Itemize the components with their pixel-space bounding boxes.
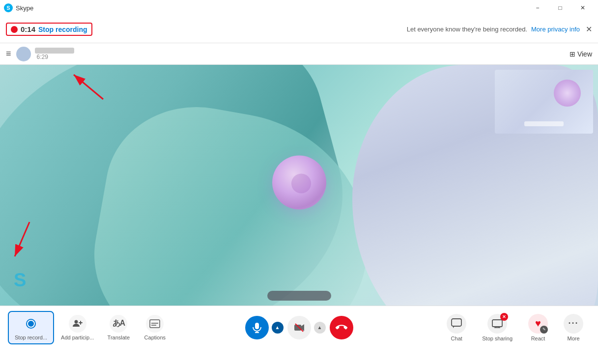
app-logo: S Skype bbox=[4, 3, 33, 12]
react-button[interactable]: ♥ ✎ React bbox=[521, 311, 555, 344]
svg-rect-17 bbox=[492, 320, 502, 327]
user-avatar-blob bbox=[272, 156, 326, 210]
record-dot-icon bbox=[27, 320, 35, 328]
captions-icon bbox=[146, 315, 164, 333]
captions-button[interactable]: Captions bbox=[137, 312, 172, 343]
recording-indicator[interactable]: 0:14 Stop recording bbox=[6, 23, 92, 36]
window-controls: − □ ✕ bbox=[526, 0, 594, 16]
toolbar-left: Stop record... Add particip... あA Transl… bbox=[8, 311, 172, 344]
stop-sharing-x-icon: ✕ bbox=[500, 313, 508, 321]
mic-button[interactable] bbox=[245, 316, 269, 339]
user-name-blurred bbox=[35, 48, 74, 54]
camera-button[interactable] bbox=[287, 316, 311, 339]
privacy-link[interactable]: More privacy info bbox=[531, 26, 580, 33]
add-participants-button[interactable]: Add particip... bbox=[55, 312, 100, 343]
stop-recording-button[interactable]: Stop record... bbox=[8, 311, 54, 344]
chat-icon bbox=[447, 314, 466, 334]
chat-label: Chat bbox=[451, 336, 462, 341]
stop-sharing-button[interactable]: ✕ Stop sharing bbox=[475, 311, 519, 344]
stop-sharing-label: Stop sharing bbox=[482, 336, 513, 341]
app-title: Skype bbox=[16, 4, 33, 12]
add-participants-icon bbox=[69, 315, 86, 333]
add-participants-label: Add particip... bbox=[61, 335, 94, 340]
stop-recording-icon bbox=[22, 315, 40, 333]
translate-label: Translate bbox=[108, 335, 130, 340]
camera-chevron-button[interactable]: ▲ bbox=[314, 322, 326, 334]
titlebar: S Skype − □ ✕ bbox=[0, 0, 598, 16]
close-notice-button[interactable]: ✕ bbox=[586, 25, 592, 34]
view-button[interactable]: ⊞ View bbox=[570, 50, 592, 58]
maximize-button[interactable]: □ bbox=[549, 0, 571, 16]
toolbar-center: ▲ ▲ bbox=[245, 316, 353, 339]
pip-avatar bbox=[554, 80, 581, 107]
pip-thumbnail[interactable] bbox=[495, 70, 593, 134]
close-button[interactable]: ✕ bbox=[571, 0, 594, 16]
view-grid-icon: ⊞ bbox=[570, 50, 575, 58]
stop-sharing-icon-bg: ✕ bbox=[487, 314, 507, 334]
svg-point-4 bbox=[74, 320, 78, 323]
more-label: More bbox=[567, 336, 579, 341]
more-icon-bg: ··· bbox=[564, 314, 583, 334]
skype-watermark-icon: S bbox=[14, 270, 26, 291]
call-area: S bbox=[0, 65, 598, 306]
more-dots-icon: ··· bbox=[568, 318, 578, 329]
svg-rect-10 bbox=[255, 323, 259, 329]
recording-time: 0:14 bbox=[21, 25, 35, 33]
stop-recording-link[interactable]: Stop recording bbox=[38, 26, 87, 33]
captions-label: Captions bbox=[144, 335, 166, 340]
react-icon-bg: ♥ ✎ bbox=[528, 314, 548, 334]
pip-label bbox=[524, 121, 564, 126]
more-button[interactable]: ··· More bbox=[557, 311, 590, 344]
chat-button[interactable]: Chat bbox=[440, 311, 473, 344]
end-call-button[interactable] bbox=[330, 316, 353, 339]
svg-rect-7 bbox=[150, 320, 160, 328]
view-label: View bbox=[577, 50, 592, 58]
hamburger-icon[interactable]: ≡ bbox=[6, 49, 11, 59]
privacy-notice: Let everyone know they're being recorded… bbox=[407, 25, 592, 34]
topbar: 0:14 Stop recording Let everyone know th… bbox=[0, 16, 598, 43]
translate-button[interactable]: あA Translate bbox=[101, 312, 136, 343]
toolbar-right: Chat ✕ Stop sharing ♥ ✎ React bbox=[440, 311, 590, 344]
minimize-button[interactable]: − bbox=[526, 0, 549, 16]
avatar bbox=[16, 47, 31, 61]
toolbar: Stop record... Add particip... あA Transl… bbox=[0, 306, 598, 349]
translate-icon: あA bbox=[110, 315, 127, 333]
recording-dot-icon bbox=[11, 26, 18, 33]
svg-rect-16 bbox=[452, 319, 461, 326]
speaker-bar bbox=[267, 291, 331, 301]
mic-chevron-button[interactable]: ▲ bbox=[272, 322, 284, 334]
react-label: React bbox=[531, 336, 545, 341]
call-duration: 6:29 bbox=[37, 54, 74, 60]
edit-icon: ✎ bbox=[540, 326, 548, 334]
privacy-notice-text: Let everyone know they're being recorded… bbox=[407, 26, 527, 33]
skype-icon: S bbox=[4, 3, 13, 12]
stop-recording-label: Stop record... bbox=[15, 335, 47, 340]
call-subbar: ≡ 6:29 ⊞ View bbox=[0, 43, 598, 65]
